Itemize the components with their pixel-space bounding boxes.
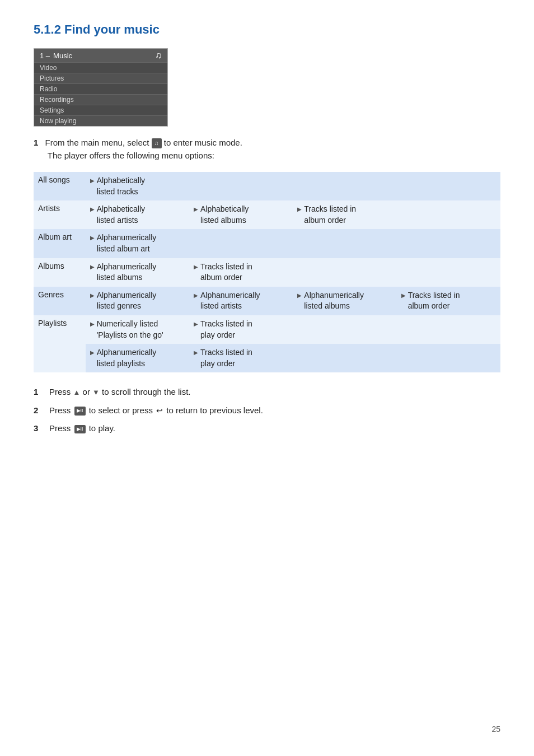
text-genres-col3: Alphanumericallylisted artists [200,290,260,312]
table-row-playlists-1: Playlists ▶ Numerically listed'Playlists… [34,315,500,344]
menu-recordings-label: Recordings [40,96,74,104]
step-scroll: 1 Press ▲ or ▼ to scroll through the lis… [34,386,500,399]
cell-albumart-col4 [293,229,396,258]
step-play-text: Press ▶II to play. [49,422,115,435]
music-icon: ♫ [155,50,162,60]
label-playlists: Playlists [34,315,86,372]
step-play-num: 3 [34,422,49,435]
cell-albumart-col2: ▶ Alphanumericallylisted album art [86,229,189,258]
step-select: 2 Press ▶II to select or press ↩ to retu… [34,404,500,417]
table-row-albums: Albums ▶ Alphanumericallylisted albums ▶… [34,258,500,287]
cell-allsongs-col5 [397,172,500,200]
text-playlists-col3b: Tracks listed inplay order [200,347,252,369]
cell-playlists-col5b [397,344,500,372]
text-playlists-col3a: Tracks listed inplay order [200,319,252,340]
menu-video-label: Video [40,64,57,72]
arrow-icon: ▶ [297,206,302,213]
navigation-table: All songs ▶ Alphabeticallylisted tracks … [34,172,500,372]
label-artists: Artists [34,200,86,229]
text-artists-col2: Alphabeticallylisted artists [97,204,145,226]
arrow-icon: ▶ [90,206,95,213]
play-pause-icon: ▶II [74,407,86,416]
cell-allsongs-col4 [293,172,396,200]
text-albums-col3: Tracks listed inalbum order [200,262,252,283]
menu-screenshot: 1 – Music ♫ Video Pictures Radio Recordi… [34,48,168,127]
cell-albums-col4 [293,258,396,287]
menu-row-music: 1 – Music ♫ [34,49,167,62]
arrow-icon: ▶ [194,206,198,213]
menu-radio-label: Radio [40,85,57,93]
table-row-albumart: Album art ▶ Alphanumericallylisted album… [34,229,500,258]
text-playlists-col2b: Alphanumericallylisted playlists [97,347,157,369]
arrow-icon: ▶ [194,349,198,357]
music-mode-icon: ♫ [152,138,162,148]
cell-playlists-col3b: ▶ Tracks listed inplay order [189,344,293,372]
menu-pictures-label: Pictures [40,74,64,82]
label-albums: Albums [34,258,86,287]
step-select-text: Press ▶II to select or press ↩ to return… [49,404,263,417]
arrow-icon: ▶ [194,320,198,328]
cell-genres-col4: ▶ Alphanumericallylisted albums [293,287,396,315]
cell-albums-col3: ▶ Tracks listed inalbum order [189,258,293,287]
arrow-icon: ▶ [90,177,95,185]
back-icon: ↩ [156,405,163,417]
step1-before: From the main menu, select [45,138,149,147]
text-genres-col2: Alphanumericallylisted genres [97,290,157,312]
text-artists-col4: Tracks listed inalbum order [304,204,356,226]
arrow-icon: ▶ [90,234,95,242]
step-select-num: 2 [34,404,49,417]
cell-genres-col5: ▶ Tracks listed inalbum order [397,287,500,315]
menu-item-radio: Radio [34,83,167,94]
cell-playlists-col3a: ▶ Tracks listed inplay order [189,315,293,344]
label-genres: Genres [34,287,86,315]
cell-artists-col5 [397,200,500,229]
cell-albumart-col3 [189,229,293,258]
step1-text: 1 From the main menu, select ♫ to enter … [34,137,500,162]
menu-item-pictures: Pictures [34,73,167,83]
text-genres-col5: Tracks listed inalbum order [408,290,460,312]
cell-allsongs-col3 [189,172,293,200]
menu-settings-label: Settings [40,106,64,114]
arrow-icon: ▶ [194,263,198,271]
text-albums-col2: Alphanumericallylisted albums [97,262,157,283]
cell-albumart-col5 [397,229,500,258]
up-arrow-icon: ▲ [73,389,81,397]
text-artists-col3: Alphabeticallylisted albums [200,204,249,226]
cell-artists-col2: ▶ Alphabeticallylisted artists [86,200,189,229]
step-play: 3 Press ▶II to play. [34,422,500,435]
arrow-icon: ▶ [90,292,95,300]
text-albumart-col2: Alphanumericallylisted album art [97,232,157,254]
text-genres-col4: Alphanumericallylisted albums [304,290,364,312]
cell-allsongs-col2: ▶ Alphabeticallylisted tracks [86,172,189,200]
cell-playlists-col4a [293,315,396,344]
table-row-playlists-2: ▶ Alphanumericallylisted playlists ▶ Tra… [34,344,500,372]
cell-playlists-col2a: ▶ Numerically listed'Playlists on the go… [86,315,189,344]
menu-item-settings: Settings [34,105,167,115]
down-arrow-icon: ▼ [92,389,100,397]
menu-item-video: Video [34,62,167,73]
table-row-artists: Artists ▶ Alphabeticallylisted artists ▶… [34,200,500,229]
step1-after: to enter music mode. [164,138,242,147]
step1-sub: The player offers the following menu opt… [48,151,214,160]
arrow-icon: ▶ [194,292,198,300]
menu-item-recordings: Recordings [34,94,167,105]
cell-albums-col2: ▶ Alphanumericallylisted albums [86,258,189,287]
section-title: 5.1.2 Find your music [34,22,500,37]
cell-genres-col3: ▶ Alphanumericallylisted artists [189,287,293,315]
arrow-icon: ▶ [297,292,302,300]
text-allsongs-col2: Alphabeticallylisted tracks [97,175,145,197]
step1-num: 1 [34,138,38,147]
arrow-icon: ▶ [90,349,95,357]
label-albumart: Album art [34,229,86,258]
arrow-icon: ▶ [90,263,95,271]
page-number: 25 [491,725,500,734]
table-row-allsongs: All songs ▶ Alphabeticallylisted tracks [34,172,500,200]
steps-section: 1 Press ▲ or ▼ to scroll through the lis… [34,386,500,435]
arrow-icon: ▶ [401,292,406,300]
table-row-genres: Genres ▶ Alphanumericallylisted genres ▶… [34,287,500,315]
cell-playlists-col2b: ▶ Alphanumericallylisted playlists [86,344,189,372]
cell-genres-col2: ▶ Alphanumericallylisted genres [86,287,189,315]
cell-albums-col5 [397,258,500,287]
menu-item-nowplaying: Now playing [34,115,167,126]
cell-artists-col3: ▶ Alphabeticallylisted albums [189,200,293,229]
